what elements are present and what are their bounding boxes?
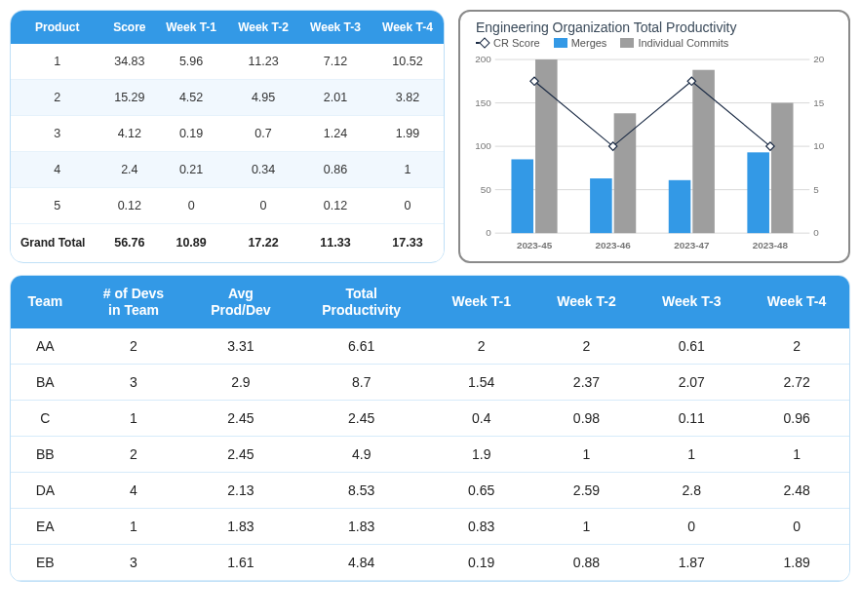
legend-commits: Individual Commits bbox=[620, 37, 728, 49]
cell: 2 bbox=[429, 328, 534, 365]
cell: 0 bbox=[639, 508, 744, 544]
cell: 1 bbox=[371, 152, 444, 188]
cell: AA bbox=[11, 328, 80, 365]
team-col-5: Week T-2 bbox=[534, 276, 640, 328]
cell: 2.01 bbox=[299, 80, 371, 116]
cell: 4 bbox=[80, 472, 187, 508]
cell: 0.98 bbox=[534, 400, 640, 436]
product-table-footer-row: Grand Total56.7610.8917.2211.3317.33 bbox=[11, 224, 444, 262]
legend-merges-label: Merges bbox=[571, 37, 607, 49]
cell: 1 bbox=[80, 400, 187, 436]
cell: 5.96 bbox=[155, 44, 227, 80]
grand-total-cell: 11.33 bbox=[299, 224, 371, 262]
cell: 1 bbox=[534, 436, 640, 472]
product-score-table-card: ProductScoreWeek T-1Week T-2Week T-3Week… bbox=[10, 10, 445, 263]
cell: 0.11 bbox=[639, 400, 744, 436]
table-row: BA32.98.71.542.372.072.72 bbox=[11, 364, 849, 400]
team-col-4: Week T-1 bbox=[429, 276, 534, 328]
product-col-0: Product bbox=[11, 11, 104, 44]
product-table-header-row: ProductScoreWeek T-1Week T-2Week T-3Week… bbox=[11, 11, 444, 44]
svg-text:15: 15 bbox=[813, 97, 824, 108]
table-row: BB22.454.91.9111 bbox=[11, 436, 849, 472]
cell: 2.37 bbox=[534, 364, 640, 400]
table-row: EA11.831.830.83100 bbox=[11, 508, 849, 544]
team-productivity-table: Team# of Devsin TeamAvgProd/DevTotalProd… bbox=[11, 276, 849, 581]
bar-merges bbox=[747, 152, 769, 233]
cell: BA bbox=[11, 364, 80, 400]
team-productivity-table-card: Team# of Devsin TeamAvgProd/DevTotalProd… bbox=[10, 275, 850, 582]
cell: 1 bbox=[80, 508, 187, 544]
team-col-0: Team bbox=[11, 276, 80, 328]
grand-total-cell: 17.22 bbox=[227, 224, 299, 262]
legend-cr-score: CR Score bbox=[476, 37, 540, 49]
cell: 4.95 bbox=[227, 80, 299, 116]
merges-swatch-icon bbox=[554, 38, 567, 48]
cell: 2.45 bbox=[187, 400, 293, 436]
cell: 2.9 bbox=[187, 364, 293, 400]
cell: 0.34 bbox=[227, 152, 299, 188]
grand-total-cell: 17.33 bbox=[371, 224, 444, 262]
cell: 0.19 bbox=[429, 544, 534, 580]
cell: 2.45 bbox=[294, 400, 429, 436]
cell: 1.87 bbox=[639, 544, 744, 580]
svg-text:2023-48: 2023-48 bbox=[753, 240, 789, 250]
cell: 3 bbox=[80, 544, 187, 580]
table-row: 50.12000.120 bbox=[11, 188, 444, 224]
cell: DA bbox=[11, 472, 80, 508]
team-col-7: Week T-4 bbox=[744, 276, 849, 328]
cell: 3.31 bbox=[187, 328, 293, 365]
team-table-header-row: Team# of Devsin TeamAvgProd/DevTotalProd… bbox=[11, 276, 849, 328]
cell: 1.24 bbox=[299, 116, 371, 152]
cell: 1 bbox=[744, 436, 849, 472]
cell: 0.4 bbox=[429, 400, 534, 436]
chart-plot-area: 050100150200051015202023-452023-462023-4… bbox=[468, 53, 835, 257]
cell: 10.52 bbox=[371, 44, 444, 80]
svg-text:50: 50 bbox=[481, 184, 491, 195]
cell: 0.96 bbox=[744, 400, 849, 436]
product-table-body: 134.835.9611.237.1210.52215.294.524.952.… bbox=[11, 44, 444, 224]
product-score-table: ProductScoreWeek T-1Week T-2Week T-3Week… bbox=[11, 11, 444, 261]
svg-text:0: 0 bbox=[486, 227, 491, 238]
cell: 15.29 bbox=[104, 80, 156, 116]
table-row: C12.452.450.40.980.110.96 bbox=[11, 400, 849, 436]
cell: 3 bbox=[11, 116, 104, 152]
cell: EA bbox=[11, 508, 80, 544]
cell: 0.88 bbox=[534, 544, 640, 580]
bar-merges bbox=[511, 159, 533, 233]
cell: 2.07 bbox=[639, 364, 744, 400]
table-row: 34.120.190.71.241.99 bbox=[11, 116, 444, 152]
cell: 4.9 bbox=[294, 436, 429, 472]
cell: 2.72 bbox=[744, 364, 849, 400]
team-col-6: Week T-3 bbox=[639, 276, 744, 328]
cell: 2.8 bbox=[639, 472, 744, 508]
cell: 3.82 bbox=[371, 80, 444, 116]
svg-text:2023-45: 2023-45 bbox=[517, 240, 553, 250]
table-row: 134.835.9611.237.1210.52 bbox=[11, 44, 444, 80]
svg-text:2023-46: 2023-46 bbox=[596, 240, 632, 250]
table-row: 215.294.524.952.013.82 bbox=[11, 80, 444, 116]
svg-text:200: 200 bbox=[475, 54, 491, 64]
cell: 1 bbox=[11, 44, 104, 80]
chart-title: Engineering Organization Total Productiv… bbox=[476, 19, 835, 35]
team-table-body: AA23.316.61220.612BA32.98.71.542.372.072… bbox=[11, 328, 849, 581]
chart-legend: CR Score Merges Individual Commits bbox=[476, 37, 835, 49]
product-col-4: Week T-3 bbox=[299, 11, 371, 44]
cell: 0 bbox=[371, 188, 444, 224]
grand-total-label: Grand Total bbox=[11, 224, 104, 262]
cr-score-marker-icon bbox=[476, 42, 489, 44]
commits-swatch-icon bbox=[620, 38, 634, 48]
legend-commits-label: Individual Commits bbox=[638, 37, 728, 49]
svg-text:5: 5 bbox=[813, 184, 819, 195]
cell: 0.61 bbox=[639, 328, 744, 365]
cell: 1.83 bbox=[187, 508, 293, 544]
legend-merges: Merges bbox=[554, 37, 607, 49]
chart-svg: 050100150200051015202023-452023-462023-4… bbox=[468, 53, 835, 257]
cell: 1.54 bbox=[429, 364, 534, 400]
cell: 0.12 bbox=[299, 188, 371, 224]
cell: 2 bbox=[80, 436, 187, 472]
svg-text:2023-47: 2023-47 bbox=[674, 240, 710, 250]
cr-score-line bbox=[534, 81, 770, 146]
svg-text:0: 0 bbox=[813, 227, 819, 238]
cell: 2.13 bbox=[187, 472, 293, 508]
cell: 0.83 bbox=[429, 508, 534, 544]
